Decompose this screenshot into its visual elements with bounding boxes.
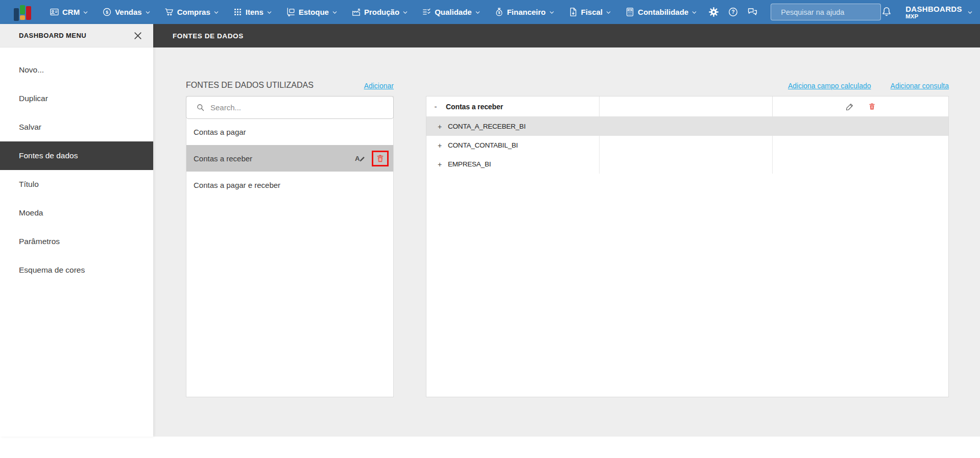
logo-bar-green [20,5,25,14]
dashboard-menu-sidebar: DASHBOARD MENU Novo... Duplicar Salvar F… [0,24,153,437]
chevron-down-icon [83,10,88,15]
svg-text:?: ? [732,9,735,15]
sidebar-item-parametros[interactable]: Parâmetros [0,227,153,256]
crm-icon [50,7,59,17]
bell-icon[interactable] [881,6,892,17]
menu-estoque[interactable]: Estoque [286,7,338,17]
quality-icon [422,7,432,17]
tree-row-empresa-bi[interactable]: + EMPRESA_BI [426,155,948,174]
menu-producao[interactable]: Produção [351,7,408,17]
menu-label: Compras [177,8,210,16]
user-menu-title: DASHBOARDS [905,5,962,13]
topbar-right: DASHBOARDS MXP [881,5,973,20]
pencil-icon[interactable] [845,102,854,111]
chevron-down-icon [967,10,973,15]
sidebar-item-moeda[interactable]: Moeda [0,199,153,227]
accounting-icon [625,7,635,17]
chevron-down-icon [213,10,219,15]
chevron-down-icon [475,10,481,15]
expand-toggle[interactable]: + [437,123,442,131]
finance-icon: $ [494,7,504,17]
expand-toggle[interactable]: + [437,160,442,168]
menu-financeiro[interactable]: $ Financeiro [494,7,555,17]
expand-toggle[interactable]: + [437,141,442,150]
dashboard-user-menu[interactable]: DASHBOARDS MXP [905,5,973,20]
menu-compras[interactable]: Compras [164,7,219,17]
tree-spacer-cell [773,117,948,136]
tree-cell: + CONTA_A_RECEBER_BI [426,117,600,136]
tree-row-conta-contabil-bi[interactable]: + CONTA_CONTABIL_BI [426,136,948,155]
production-icon [351,7,361,17]
items-icon [233,7,243,17]
menu-vendas[interactable]: $ Vendas [102,7,151,17]
sidebar-item-esquema-de-cores[interactable]: Esquema de cores [0,256,153,284]
main-content: FONTES DE DADOS UTILIZADAS Adicionar Adi… [153,47,980,437]
svg-text:$: $ [498,11,500,15]
page-title: FONTES DE DADOS [153,32,244,40]
trash-icon[interactable] [376,154,385,163]
tree-label: EMPRESA_BI [448,160,491,168]
sidebar-item-duplicar[interactable]: Duplicar [0,84,153,113]
tree-root-row[interactable]: - Contas a receber [426,97,948,117]
purchases-icon [164,7,174,17]
sources-search-box[interactable] [186,96,394,119]
tree-cell: + CONTA_CONTABIL_BI [426,136,600,155]
add-calculated-field-link[interactable]: Adiciona campo calculado [788,82,871,90]
sidebar-item-salvar[interactable]: Salvar [0,113,153,141]
main-menu: CRM $ Vendas Compras Itens Estoque [50,7,697,17]
topbar-tool-icons: ? [708,7,758,17]
source-row-contas-a-receber[interactable]: Contas a receber A [186,145,393,172]
menu-label: Itens [246,8,264,16]
tree-spacer-cell [773,136,948,155]
tree-row-conta-a-receber-bi[interactable]: + CONTA_A_RECEBER_BI [426,117,948,136]
tree-root-actions-cell [773,97,948,116]
rename-icon[interactable]: A [354,153,366,164]
chevron-down-icon [267,10,272,15]
detail-panel-header: Adiciona campo calculado Adicionar consu… [426,77,949,90]
user-menu-subtitle: MXP [905,13,962,20]
sidebar-menu-list: Novo... Duplicar Salvar Fontes de dados … [0,47,153,284]
chevron-down-icon [402,10,408,15]
chevron-down-icon [332,10,338,15]
close-icon[interactable] [133,31,143,41]
chevron-down-icon [549,10,555,15]
page-header-bar: FONTES DE DADOS [153,24,980,47]
menu-itens[interactable]: Itens [233,7,272,17]
chat-icon[interactable] [747,7,758,17]
menu-label: Financeiro [507,8,546,16]
top-navigation-bar: CRM $ Vendas Compras Itens Estoque [0,0,980,24]
source-label: Contas a receber [194,154,354,163]
trash-icon[interactable] [868,102,876,111]
collapse-toggle[interactable]: - [433,102,438,111]
sources-heading: FONTES DE DADOS UTILIZADAS [186,81,314,90]
sidebar-item-novo[interactable]: Novo... [0,56,153,84]
help-icon[interactable]: ? [728,7,738,17]
menu-crm[interactable]: CRM [50,7,88,17]
logo-middle-column [20,5,25,20]
chevron-down-icon [691,10,697,15]
sources-search-input[interactable] [210,103,387,112]
sidebar-item-fontes-de-dados[interactable]: Fontes de dados [0,141,153,170]
gear-icon[interactable] [708,7,719,17]
fiscal-icon [568,7,578,17]
sidebar-item-titulo[interactable]: Título [0,170,153,199]
menu-fiscal[interactable]: Fiscal [568,7,612,17]
tree-cell: + EMPRESA_BI [426,155,600,174]
source-detail-panel: - Contas a receber + CONTA_A_RECEBER_BI [426,96,949,397]
tree-spacer-cell [600,155,773,174]
tree-spacer-cell [600,136,773,155]
add-query-link[interactable]: Adicionar consulta [891,82,949,90]
source-row-contas-a-pagar[interactable]: Contas a pagar [186,118,393,145]
help-search-box[interactable] [771,4,881,20]
tree-root-spacer-cell [600,97,773,116]
help-search-input[interactable] [781,8,876,16]
source-row-contas-a-pagar-e-receber[interactable]: Contas a pagar e receber [186,172,393,198]
chevron-down-icon [145,10,151,15]
source-label: Contas a pagar [194,128,389,136]
menu-qualidade[interactable]: Qualidade [422,7,481,17]
app-logo-icon[interactable] [14,3,31,21]
tree-label: CONTA_A_RECEBER_BI [448,123,525,130]
stock-icon [286,7,296,17]
menu-contabilidade[interactable]: Contabilidade [625,7,697,17]
add-source-link[interactable]: Adicionar [364,82,394,90]
